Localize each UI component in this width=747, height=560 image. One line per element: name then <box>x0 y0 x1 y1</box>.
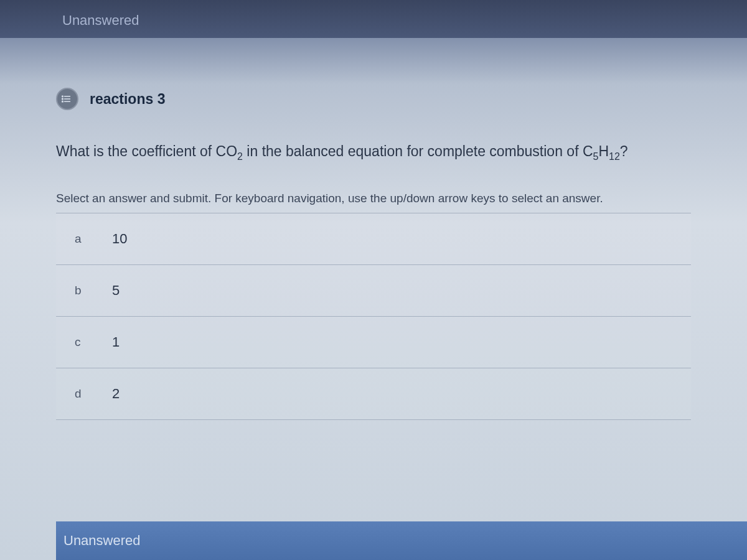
answers-container: a 10 b 5 c 1 d 2 <box>56 213 691 420</box>
instruction-text: Select an answer and submit. For keyboar… <box>56 192 691 205</box>
answer-option-a[interactable]: a 10 <box>56 213 691 265</box>
list-icon <box>56 88 78 110</box>
question-content: reactions 3 What is the coefficient of C… <box>0 38 747 420</box>
answer-value: 10 <box>112 231 127 247</box>
answer-option-b[interactable]: b 5 <box>56 265 691 317</box>
svg-point-4 <box>62 98 63 100</box>
svg-point-3 <box>62 96 63 97</box>
top-status-bar: Unanswered <box>0 0 747 38</box>
answer-option-d[interactable]: d 2 <box>56 368 691 420</box>
answer-key: b <box>75 284 87 297</box>
top-status-text: Unanswered <box>62 12 139 28</box>
answer-value: 2 <box>112 386 120 402</box>
bottom-status-text: Unanswered <box>63 533 141 548</box>
answer-value: 5 <box>112 282 120 299</box>
answer-key: a <box>75 232 87 246</box>
answer-value: 1 <box>112 334 120 350</box>
bottom-status-bar: Unanswered <box>56 521 747 560</box>
svg-point-5 <box>62 101 63 102</box>
question-text: What is the coefficient of CO2 in the ba… <box>56 141 691 164</box>
question-header: reactions 3 <box>56 88 691 110</box>
answer-key: c <box>75 335 87 349</box>
answer-option-c[interactable]: c 1 <box>56 317 691 368</box>
answer-key: d <box>75 387 87 401</box>
question-title: reactions 3 <box>90 91 165 108</box>
